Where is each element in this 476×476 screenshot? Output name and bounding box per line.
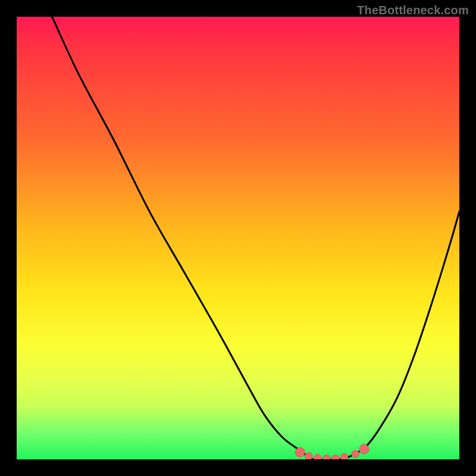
bottleneck-curve-svg xyxy=(17,17,459,459)
bottleneck-curve-path xyxy=(52,17,460,459)
curve-marker xyxy=(332,455,339,459)
watermark-text: TheBottleneck.com xyxy=(357,4,469,17)
curve-marker xyxy=(305,453,312,459)
curve-marker xyxy=(340,453,347,459)
chart-plot-area xyxy=(17,17,459,459)
curve-markers xyxy=(295,444,369,459)
curve-marker xyxy=(323,455,330,459)
curve-marker xyxy=(295,447,305,457)
curve-marker xyxy=(314,455,321,459)
curve-marker xyxy=(352,450,359,458)
curve-marker xyxy=(359,444,369,454)
